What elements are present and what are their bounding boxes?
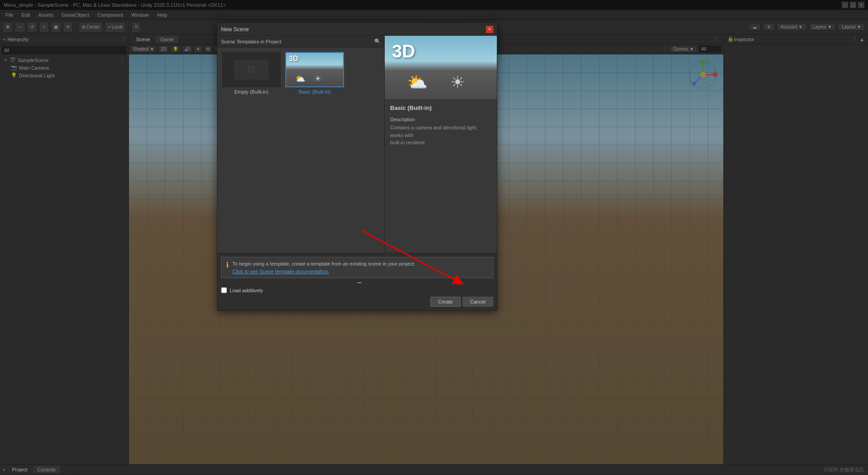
- new-scene-dialog: New Scene × Scene Templates in Project 🔍…: [217, 23, 497, 311]
- preview-3d-label: 3D: [392, 41, 415, 62]
- info-icon: ℹ: [226, 261, 229, 269]
- template-3d-preview: 3D ⛅ ☀: [286, 53, 343, 86]
- cancel-button[interactable]: Cancel: [462, 297, 493, 307]
- dialog-preview-panel: 3D ⛅ ☀ Basic (Built-in) Description Cont…: [385, 36, 497, 253]
- create-button[interactable]: Create: [430, 297, 461, 307]
- info-main-text: To begin using a template, create a temp…: [232, 261, 415, 266]
- dialog-close-button[interactable]: ×: [486, 26, 493, 33]
- load-additive-label: Load additively: [230, 288, 263, 293]
- preview-large: 3D ⛅ ☀: [385, 36, 497, 99]
- template-empty-thumb: □: [222, 52, 281, 87]
- preview-icons: ⛅ ☀: [407, 73, 465, 92]
- dialog-options: Load additively: [221, 287, 493, 293]
- dialog-body: Scene Templates in Project 🔍 □ Empty (Bu…: [217, 36, 497, 253]
- info-text: To begin using a template, create a temp…: [232, 260, 415, 275]
- load-additive-checkbox[interactable]: [221, 287, 227, 293]
- dialog-title-bar: New Scene ×: [217, 23, 497, 36]
- template-empty[interactable]: □ Empty (Built-in): [222, 52, 281, 95]
- preview-sun-icon: ☀: [450, 73, 465, 92]
- dialog-progress-thumb: [357, 282, 362, 283]
- dialog-search-bar: Scene Templates in Project 🔍: [217, 36, 384, 48]
- load-additive-row: Load additively: [221, 287, 263, 293]
- dialog-template-panel: Scene Templates in Project 🔍 □ Empty (Bu…: [217, 36, 385, 253]
- preview-desc-title: Description: [390, 117, 491, 122]
- dialog-footer: ℹ To begin using a template, create a te…: [217, 253, 497, 310]
- preview-info: Basic (Built-in) Description Contains a …: [385, 99, 497, 253]
- preview-title: Basic (Built-in): [390, 104, 491, 111]
- sun-icon: ☀: [314, 74, 321, 84]
- dialog-templates-grid: □ Empty (Built-in) 3D ⛅ ☀: [217, 48, 384, 253]
- dialog-overlay: New Scene × Scene Templates in Project 🔍…: [0, 0, 868, 475]
- templates-label: Scene Templates in Project: [221, 39, 281, 44]
- template-basic3d-thumb: 3D ⛅ ☀: [285, 52, 344, 87]
- dialog-title: New Scene: [221, 26, 249, 33]
- template-basic3d[interactable]: 3D ⛅ ☀ Basic (Built-in): [285, 52, 344, 95]
- cloud-icon: ⛅: [295, 74, 305, 84]
- template-basic3d-label: Basic (Built-in): [299, 89, 331, 95]
- dialog-search-icon[interactable]: 🔍: [374, 38, 381, 44]
- preview-cloud-icon: ⛅: [407, 73, 428, 92]
- dialog-info-bar: ℹ To begin using a template, create a te…: [221, 257, 493, 278]
- template-empty-label: Empty (Built-in): [234, 89, 268, 95]
- info-link[interactable]: Click to see Scene template documentatio…: [232, 269, 330, 274]
- dialog-action-buttons: Create Cancel: [221, 297, 493, 307]
- dialog-progressbar[interactable]: [221, 282, 493, 284]
- preview-desc: Contains a camera and directional light,…: [390, 124, 491, 147]
